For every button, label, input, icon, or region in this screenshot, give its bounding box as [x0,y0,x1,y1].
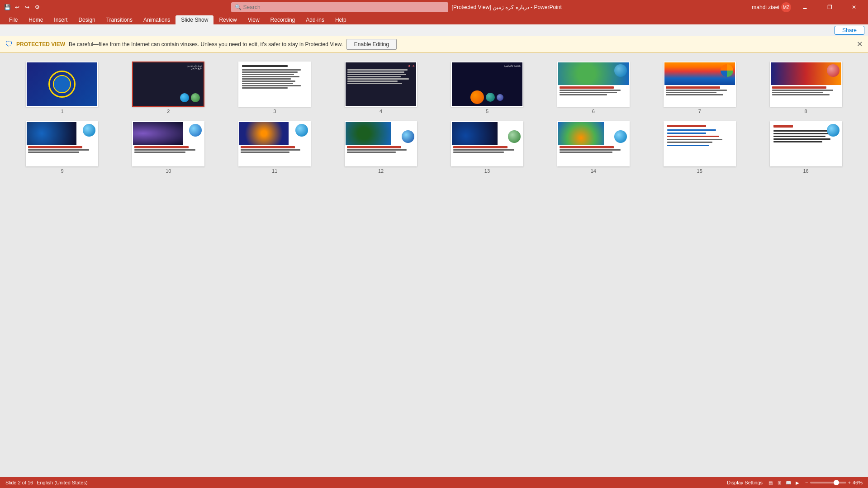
line [134,149,195,151]
planet1 [470,90,484,104]
share-button[interactable]: Share [835,26,864,35]
slide-thumb-3[interactable] [238,62,311,107]
status-bar: Slide 2 of 16 English (United States) Di… [0,477,868,488]
save-icon[interactable]: 💾 [4,4,11,11]
slide-item-7[interactable]: 7 [651,62,748,114]
line [134,146,189,148]
customize-icon[interactable]: ⚙ [33,4,41,11]
slide13-globe [508,130,521,143]
line [347,149,407,151]
slide-item-6[interactable]: 6 [545,62,642,114]
slide14-bg [558,122,604,145]
line [772,92,823,93]
tab-view[interactable]: View [242,15,265,24]
slide8-img [771,62,841,85]
line [560,94,607,95]
slide-item-8[interactable]: 8 [757,62,854,114]
slide-thumb-10[interactable] [132,121,204,166]
display-settings[interactable]: Display Settings [727,480,763,485]
slide-thumb-11[interactable] [238,121,311,166]
slide-thumb-7[interactable] [664,62,736,107]
slide-item-9[interactable]: 9 [14,121,111,174]
slide-thumb-6[interactable] [557,62,630,107]
planet3 [497,94,503,101]
slide7-img [664,62,735,85]
protected-label: PROTECTED VIEW [16,41,65,47]
title-bar-icons: 💾 ↩ ↪ ⚙ [4,4,41,11]
line [242,78,291,80]
tab-design[interactable]: Design [73,15,100,24]
tab-recording[interactable]: Recording [265,15,301,24]
restore-button[interactable]: ❐ [819,0,840,14]
slide-item-14[interactable]: 14 [545,121,642,174]
tab-transitions[interactable]: Transitions [101,15,138,24]
slide-item-5[interactable]: هندسه جامپازیره 5 [439,62,536,114]
slide-item-1[interactable]: 1 [14,62,111,114]
minimize-button[interactable]: 🗕 [795,0,816,14]
slide-item-16[interactable]: 16 [757,121,854,174]
avatar: MZ [781,2,791,12]
search-input[interactable] [243,4,445,10]
slide-inner-16 [771,122,841,166]
slide-item-3[interactable]: 3 [226,62,323,114]
tab-review[interactable]: Review [213,15,242,24]
line [772,86,826,89]
tab-addins[interactable]: Add-ins [300,15,330,24]
slide-thumb-5[interactable]: هندسه جامپازیره [451,62,523,107]
tab-slideshow[interactable]: Slide Show [175,15,213,24]
line [242,74,294,75]
reading-view-button[interactable]: 📖 [784,479,792,487]
tab-help[interactable]: Help [330,15,352,24]
close-button[interactable]: ✕ [844,0,864,14]
enable-editing-button[interactable]: Enable Editing [346,39,397,50]
line [241,149,300,151]
slide-num-6: 6 [592,109,595,114]
redo-icon[interactable]: ↪ [24,4,31,11]
line [560,86,614,89]
slide-item-11[interactable]: 11 [226,121,323,174]
line [560,149,621,151]
slide-thumb-9[interactable] [26,121,98,166]
slide-thumb-15[interactable] [664,121,736,166]
slide-item-4[interactable]: ۱۴۰۰۸ 4 [332,62,430,114]
slide14-img [558,122,629,145]
close-bar-icon[interactable]: ✕ [857,40,863,48]
slide-item-15[interactable]: 15 [651,121,748,174]
line [453,146,508,148]
slide-thumb-4[interactable]: ۱۴۰۰۸ [345,62,417,107]
line [667,129,716,131]
slide-thumb-8[interactable] [770,62,842,107]
tab-insert[interactable]: Insert [48,15,73,24]
zoom-thumb [834,480,839,485]
view-buttons: ▤ ⊞ 📖 ▶ [766,479,802,487]
undo-icon[interactable]: ↩ [14,4,21,11]
slide-item-10[interactable]: 10 [120,121,217,174]
line [453,149,514,151]
slide-item-12[interactable]: 12 [332,121,430,174]
slide-thumb-16[interactable] [770,121,842,166]
normal-view-button[interactable]: ▤ [766,479,774,487]
line [560,152,612,153]
slide-inner-15 [664,122,735,166]
line [560,90,621,91]
slide-thumb-1[interactable] [26,62,98,107]
slide14-globe [614,130,627,143]
slide-thumb-13[interactable] [451,121,523,166]
zoom-slider[interactable] [810,482,846,483]
slide-item-2[interactable]: درباره کره زمینتاریخ طبیعی 2 [120,62,217,114]
slides-grid: 1 درباره کره زمینتاریخ طبیعی 2 [14,62,854,174]
zoom-in-icon[interactable]: + [848,480,851,485]
slide10-img [133,122,204,145]
slide-sorter-button[interactable]: ⊞ [775,479,783,487]
slide-item-13[interactable]: 13 [439,121,536,174]
zoom-out-icon[interactable]: − [805,480,808,485]
tab-home[interactable]: Home [23,15,48,24]
slide-thumb-12[interactable] [345,121,417,166]
slide-thumb-14[interactable] [557,121,630,166]
search-bar[interactable]: 🔍 [231,2,448,12]
slide-thumb-2[interactable]: درباره کره زمینتاریخ طبیعی [132,62,204,107]
line [667,145,710,146]
tab-animations[interactable]: Animations [138,15,175,24]
slideshow-button[interactable]: ▶ [793,479,802,487]
tab-file[interactable]: File [4,15,23,24]
